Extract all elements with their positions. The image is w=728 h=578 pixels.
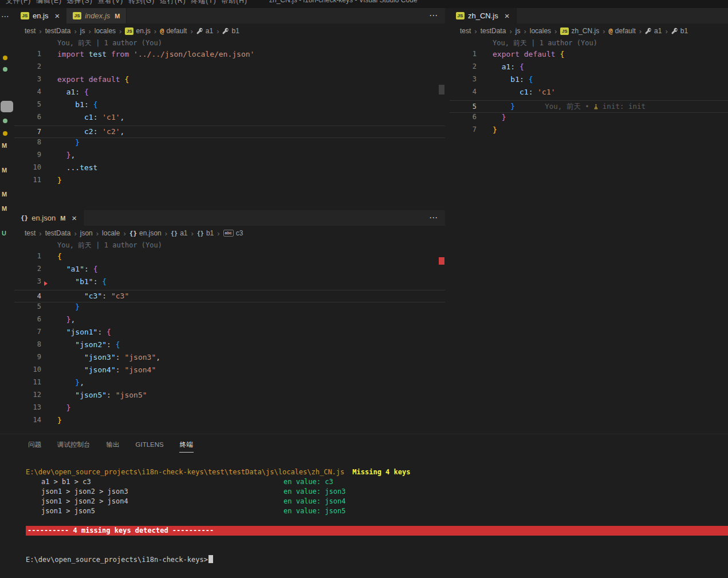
breadcrumb-item-b1[interactable]: {}b1 (197, 229, 214, 237)
gitlens-codelens[interactable]: You, 前天 | 1 author (You) (14, 241, 445, 252)
breadcrumb-item-locale[interactable]: locale (102, 229, 120, 237)
panel-tab-终端[interactable]: 终端 (179, 436, 194, 453)
tab-zh_CN.js[interactable]: JSzh_CN.js× (450, 8, 517, 23)
editor-en-js[interactable]: You, 前天 | 1 author (You)1import test fro… (14, 38, 445, 188)
code-line[interactable]: 8 "json2": { (14, 340, 445, 353)
breadcrumb-item-c3[interactable]: abcc3 (223, 229, 243, 237)
gitlens-codelens[interactable]: You, 前天 | 1 author (You) (450, 38, 728, 50)
breadcrumb-item-test[interactable]: test (25, 27, 36, 35)
breadcrumb-item-a1[interactable]: {}a1 (171, 229, 187, 237)
panel-tab-GITLENS[interactable]: GITLENS (135, 437, 164, 451)
code-line[interactable]: 7 c2: 'c2', (14, 125, 445, 138)
breadcrumb-item-en.json[interactable]: {}en.json (129, 229, 162, 237)
code-text: "json1": { (57, 328, 111, 340)
code-line[interactable]: 4 "c3": "c3" (14, 290, 445, 302)
breadcrumb-item-default[interactable]: @default (160, 27, 187, 35)
code-line[interactable]: 9 "json3": "json3", (14, 353, 445, 365)
breadcrumb-separator-icon: › (524, 27, 526, 36)
close-icon[interactable]: × (54, 11, 60, 20)
editor-zh-cn-js[interactable]: You, 前天 | 1 author (You)1export default … (450, 38, 728, 138)
editor-more-actions-icon[interactable]: ⋯ (429, 8, 438, 23)
more-actions-icon[interactable]: ⋯ (1, 11, 10, 21)
code-line[interactable]: 6 }, (14, 315, 445, 328)
editor-en-json[interactable]: You, 前天 | 1 author (You)1{2 "a1": {3 "b1… (14, 241, 445, 428)
code-line[interactable]: 2 "a1": { (14, 265, 445, 277)
code-line[interactable]: 9 }, (14, 151, 445, 163)
breadcrumb-separator-icon: › (88, 27, 90, 36)
breadcrumb-item-a1[interactable]: a1 (645, 27, 662, 35)
code-line[interactable]: 12 "json5": "json5" (14, 391, 445, 403)
code-line[interactable]: 1import test from '../../json/locale/en.… (14, 50, 445, 62)
line-number: 7 (14, 328, 41, 340)
code-line[interactable]: 10 ...test (14, 163, 445, 176)
vscode-window: 文件(F) 编辑(E) 选择(S) 查看(V) 转到(G) 运行(R) 终端(T… (0, 0, 728, 578)
terminal-prompt-line[interactable]: E:\dev\open_source_projects\i18n-check-k… (26, 555, 728, 565)
terminal[interactable]: E:\dev\open_source_projects\i18n-check-k… (26, 467, 728, 565)
breadcrumb-item-zh_CN.js[interactable]: JSzh_CN.js (560, 27, 599, 35)
panel-tab-调试控制台[interactable]: 调试控制台 (57, 436, 91, 453)
breadcrumb-item-testData[interactable]: testData (45, 27, 71, 35)
key-symbol-icon (196, 27, 203, 34)
code-line[interactable]: 6 c1: 'c1', (14, 113, 445, 125)
code-line[interactable]: 4 c1: 'c1' (450, 88, 728, 100)
code-text: b1: { (493, 75, 533, 88)
code-text: c1: 'c1' (493, 88, 556, 100)
code-text: import test from '../../json/locale/en.j… (57, 50, 254, 62)
missing-key-row: json1 > json2 > json4en value: json4 (26, 497, 728, 506)
missing-key-path: json1 > json2 > json3 (41, 487, 128, 497)
code-line[interactable]: 14} (14, 416, 445, 428)
breadcrumb-item-json[interactable]: json (80, 229, 93, 237)
code-line[interactable]: 11 }, (14, 378, 445, 391)
breadcrumb-item-b1[interactable]: b1 (671, 27, 688, 35)
code-line[interactable]: 4 a1: { (14, 88, 445, 100)
line-number: 8 (14, 138, 41, 151)
code-line[interactable]: 3export default { (14, 75, 445, 88)
code-line[interactable]: 5 }You, 前天 •init: init (450, 100, 728, 113)
code-line[interactable]: 1{ (14, 252, 445, 265)
code-line[interactable]: 7} (450, 125, 728, 138)
code-line[interactable]: 3 "b1": { (14, 277, 445, 290)
code-line[interactable]: 7 "json1": { (14, 328, 445, 340)
breadcrumb-item-js[interactable]: js (515, 27, 521, 35)
panel-tab-问题[interactable]: 问题 (27, 436, 42, 453)
line-number: 4 (14, 290, 41, 302)
breadcrumb-item-testData[interactable]: testData (481, 27, 506, 35)
breadcrumb-label: test (25, 229, 36, 237)
code-line[interactable]: 6 } (450, 113, 728, 125)
close-icon[interactable]: × (72, 214, 77, 222)
code-line[interactable]: 2 a1: { (450, 62, 728, 75)
line-number: 10 (14, 163, 41, 176)
code-line[interactable]: 1export default { (450, 50, 728, 62)
close-icon[interactable]: × (505, 11, 510, 20)
code-line[interactable]: 10 "json4": "json4" (14, 365, 445, 378)
code-line[interactable]: 13 } (14, 403, 445, 416)
code-line[interactable]: 5 } (14, 302, 445, 315)
gitlens-codelens[interactable]: You, 前天 | 1 author (You) (14, 38, 445, 50)
tab-en.json[interactable]: {}en.jsonM× (14, 210, 84, 226)
breadcrumb-item-en.js[interactable]: JSen.js (125, 27, 150, 35)
code-text: } (57, 302, 80, 315)
code-line[interactable]: 3 b1: { (450, 75, 728, 88)
breadcrumb-item-a1[interactable]: a1 (196, 27, 213, 35)
code-line[interactable]: 2 (14, 62, 445, 75)
code-line[interactable]: 11} (14, 176, 445, 188)
breadcrumb-item-locales[interactable]: locales (530, 27, 551, 35)
breadcrumb-item-b1[interactable]: b1 (222, 27, 239, 35)
panel-tab-输出[interactable]: 输出 (106, 436, 120, 453)
code-line[interactable]: 5 b1: { (14, 100, 445, 113)
breadcrumb-item-js[interactable]: js (80, 27, 85, 35)
tab-en.js[interactable]: JSen.js× (14, 8, 66, 23)
tab-index.js[interactable]: JSindex.jsM (66, 8, 127, 23)
breadcrumb-item-locales[interactable]: locales (95, 27, 116, 35)
code-text: }, (57, 315, 75, 328)
breadcrumb-item-testData[interactable]: testData (45, 229, 71, 237)
breadcrumb-item-test[interactable]: test (25, 229, 36, 237)
git-status-dot (3, 119, 7, 123)
terminal-prompt: E:\dev\open_source_projects\i18n-check-k… (26, 556, 208, 564)
code-text: } (493, 113, 506, 125)
breadcrumb-item-test[interactable]: test (460, 27, 471, 35)
code-line[interactable]: 8 } (14, 138, 445, 151)
breadcrumb-item-default[interactable]: @default (608, 27, 635, 35)
editor-more-actions-icon[interactable]: ⋯ (429, 210, 438, 226)
code-text: ...test (57, 163, 97, 176)
